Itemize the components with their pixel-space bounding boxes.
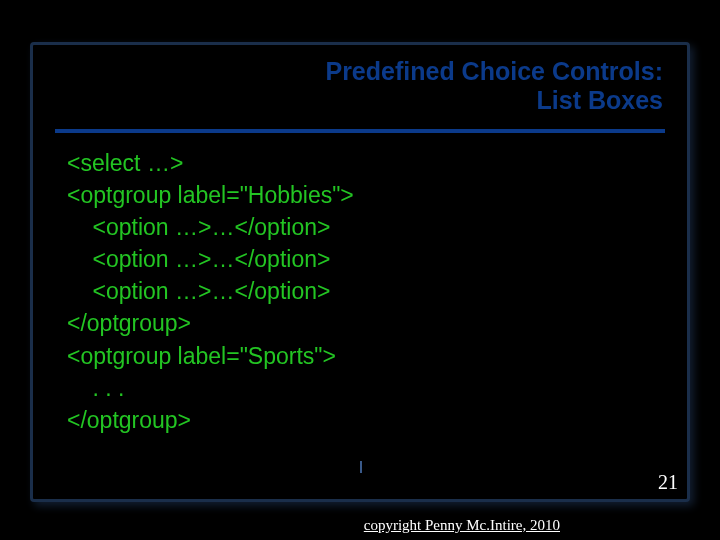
code-line: </optgroup> (67, 404, 667, 436)
code-line: <optgroup label="Hobbies"> (67, 179, 667, 211)
title-line-2: List Boxes (57, 86, 663, 115)
slide-frame: Predefined Choice Controls: List Boxes <… (30, 42, 690, 502)
copyright-text: copyright Penny Mc.Intire, 2010 (364, 517, 560, 534)
page-number: 21 (658, 471, 678, 494)
code-line: <optgroup label="Sports"> (67, 340, 667, 372)
code-line: <select …> (67, 147, 667, 179)
title-area: Predefined Choice Controls: List Boxes (33, 45, 687, 123)
title-line-1: Predefined Choice Controls: (57, 57, 663, 86)
code-line: <option …>…</option> (67, 211, 667, 243)
code-line: <option …>…</option> (67, 275, 667, 307)
code-line: <option …>…</option> (67, 243, 667, 275)
code-line: . . . (67, 372, 667, 404)
bottom-tick (360, 461, 362, 473)
code-block: <select …> <optgroup label="Hobbies"> <o… (33, 133, 687, 437)
code-line: </optgroup> (67, 307, 667, 339)
